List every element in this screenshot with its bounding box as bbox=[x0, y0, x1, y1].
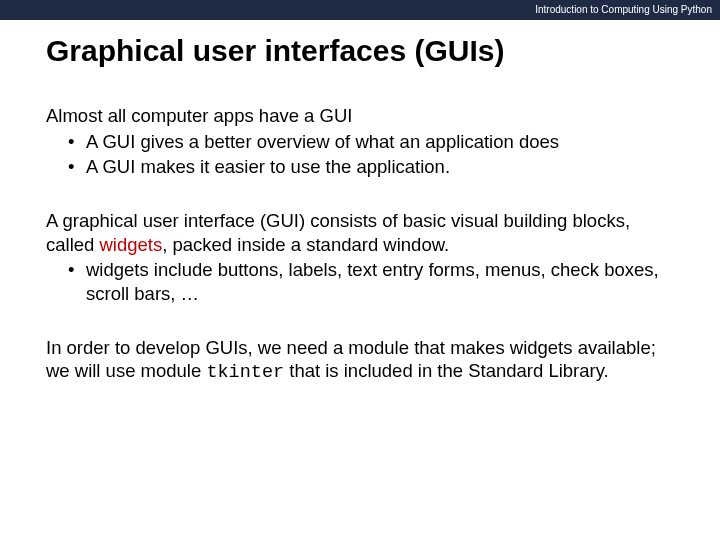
paragraph-1: Almost all computer apps have a GUI A GU… bbox=[46, 104, 674, 179]
slide-body: Almost all computer apps have a GUI A GU… bbox=[0, 68, 720, 385]
p1-bullet-1: A GUI gives a better overview of what an… bbox=[86, 130, 674, 154]
p3-mono: tkinter bbox=[206, 362, 284, 383]
p2-post: , packed inside a standard window. bbox=[162, 234, 449, 255]
p2-accent: widgets bbox=[99, 234, 162, 255]
p1-bullets: A GUI gives a better overview of what an… bbox=[46, 130, 674, 179]
p2-bullet-1: widgets include buttons, labels, text en… bbox=[86, 258, 674, 305]
p1-bullet-2: A GUI makes it easier to use the applica… bbox=[86, 155, 674, 179]
paragraph-3: In order to develop GUIs, we need a modu… bbox=[46, 336, 674, 385]
slide-title: Graphical user interfaces (GUIs) bbox=[0, 20, 720, 68]
p2-bullets: widgets include buttons, labels, text en… bbox=[46, 258, 674, 305]
paragraph-2: A graphical user interface (GUI) consist… bbox=[46, 209, 674, 306]
header-bar: Introduction to Computing Using Python bbox=[0, 0, 720, 20]
slide: Introduction to Computing Using Python G… bbox=[0, 0, 720, 540]
p2-text: A graphical user interface (GUI) consist… bbox=[46, 209, 674, 256]
header-text: Introduction to Computing Using Python bbox=[535, 4, 712, 15]
p1-lead: Almost all computer apps have a GUI bbox=[46, 104, 674, 128]
p3-post: that is included in the Standard Library… bbox=[284, 360, 609, 381]
